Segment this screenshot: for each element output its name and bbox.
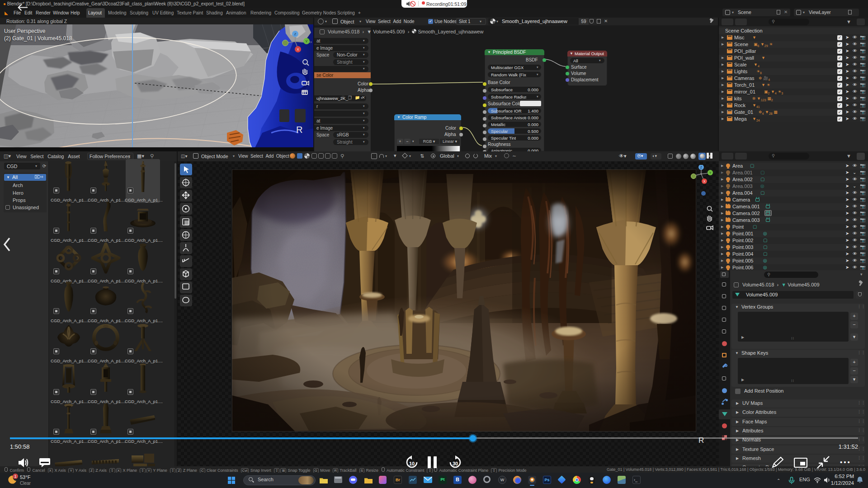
svg-text:R: R [296,125,302,135]
svg-text:Z: Z [700,166,703,169]
svg-text:X: X [297,47,299,52]
svg-text:Y: Y [305,39,308,43]
svg-text:Y: Y [709,171,712,174]
svg-text:Z: Z [294,32,297,36]
svg-text:‹›: ‹› [309,40,312,44]
svg-text:X: X [703,180,706,183]
